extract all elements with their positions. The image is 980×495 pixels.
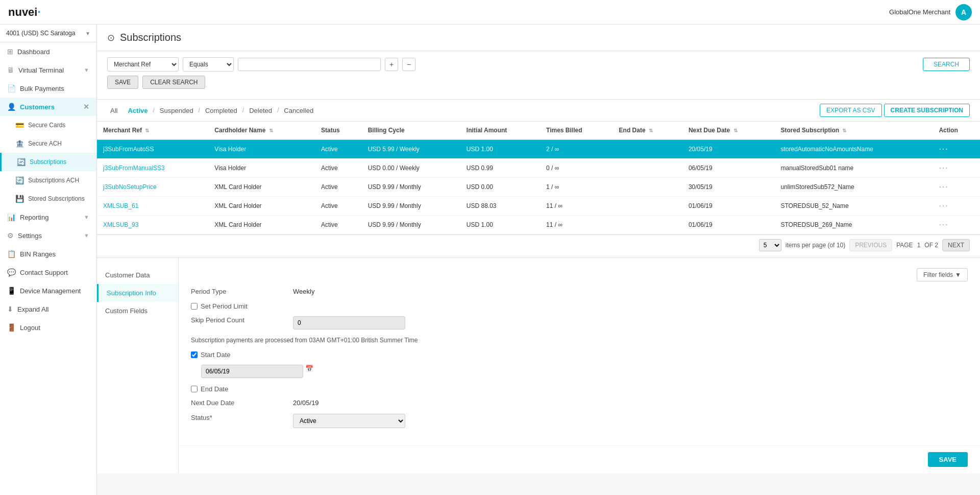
subscriptions-page-icon: ⊙ (107, 32, 115, 43)
end-date-checkbox[interactable] (191, 386, 198, 392)
sidebar-item-stored-subscriptions[interactable]: 💾 Stored Subscriptions (0, 190, 96, 208)
sidebar: 4001 (USD) SC Saratoga ▼ ⊞ Dashboard 🖥 V… (0, 25, 97, 495)
tab-all[interactable]: All (107, 106, 120, 115)
filter-value-input[interactable] (238, 58, 381, 71)
skip-period-count-input[interactable] (293, 316, 405, 329)
customers-icon: 👤 (7, 103, 16, 111)
col-end-date[interactable]: End Date ⇅ (613, 122, 682, 139)
avatar[interactable]: A (955, 4, 972, 20)
cell-action: ··· (933, 139, 980, 159)
sidebar-item-logout[interactable]: 🚪 Logout (0, 318, 96, 337)
export-csv-button[interactable]: EXPORT AS CSV (820, 104, 882, 117)
col-billing-cycle[interactable]: Billing Cycle (362, 122, 460, 139)
action-menu-button[interactable]: ··· (939, 220, 948, 229)
detail-nav-subscription-info[interactable]: Subscription Info (97, 284, 178, 302)
subscriptions-ach-icon: 🔄 (15, 176, 24, 184)
tab-active[interactable]: Active (125, 106, 151, 115)
sidebar-item-expand-all[interactable]: ⬇ Expand All (0, 300, 96, 318)
sidebar-item-contact-support[interactable]: 💬 Contact Support (0, 263, 96, 281)
end-date-checkbox-row: End Date (191, 385, 968, 393)
start-date-input[interactable] (201, 365, 303, 378)
next-due-date-value: 20/05/19 (293, 399, 319, 407)
merchant-ref-link[interactable]: XMLSUB_61 (103, 202, 138, 209)
sidebar-item-reporting[interactable]: 📊 Reporting ▼ (0, 208, 96, 226)
col-cardholder-name[interactable]: Cardholder Name ⇅ (208, 122, 315, 139)
sidebar-nav: ⊞ Dashboard 🖥 Virtual Terminal ▼ 📄 Bulk … (0, 42, 96, 495)
sort-icon: ⇅ (733, 128, 738, 133)
sidebar-item-dashboard[interactable]: ⊞ Dashboard (0, 42, 96, 61)
filter-remove-button[interactable]: − (402, 58, 415, 71)
current-page: 1 (917, 242, 921, 249)
sidebar-item-customers[interactable]: 👤 Customers ✕ (0, 98, 96, 116)
status-row: Status* Active Suspended Cancelled (191, 414, 968, 428)
merchant-ref-link[interactable]: j3SubFromManualSS3 (103, 164, 165, 172)
col-stored-subscription[interactable]: Stored Subscription ⇅ (774, 122, 933, 139)
detail-nav-custom-fields[interactable]: Custom Fields (97, 302, 178, 320)
next-page-button[interactable]: NEXT (942, 239, 970, 251)
tab-deleted[interactable]: Deleted (246, 106, 275, 115)
merchant-ref-link[interactable]: j3SubNoSetupPrice (103, 183, 157, 191)
cell-next-due-date: 20/05/19 (682, 139, 775, 159)
sidebar-item-subscriptions-ach[interactable]: 🔄 Subscriptions ACH (0, 171, 96, 190)
table-row[interactable]: j3SubNoSetupPrice XML Card Holder Active… (97, 178, 980, 197)
col-initial-amount[interactable]: Initial Amount (460, 122, 540, 139)
table-row[interactable]: XMLSUB_61 XML Card Holder Active USD 9.9… (97, 197, 980, 216)
filter-bar: Merchant Ref Cardholder Name Status Equa… (97, 51, 980, 100)
sidebar-item-settings[interactable]: ⚙ Settings ▼ (0, 226, 96, 245)
filter-fields-button[interactable]: Filter fields ▼ (917, 268, 968, 281)
page-title: Subscriptions (120, 32, 181, 43)
sidebar-item-bulk-payments[interactable]: 📄 Bulk Payments (0, 79, 96, 98)
sidebar-item-bin-ranges[interactable]: 📋 BIN Ranges (0, 245, 96, 263)
sort-icon: ⇅ (842, 128, 846, 133)
status-select[interactable]: Active Suspended Cancelled (293, 414, 405, 428)
sidebar-item-label: Settings (18, 232, 42, 240)
set-period-limit-checkbox[interactable] (191, 303, 198, 310)
table-row[interactable]: j3SubFromManualSS3 Visa Holder Active US… (97, 159, 980, 178)
sidebar-item-label: Reporting (20, 214, 48, 221)
sidebar-item-secure-cards[interactable]: 💳 Secure Cards (0, 116, 96, 134)
table-row[interactable]: j3SubFromAutoSS Visa Holder Active USD 5… (97, 139, 980, 159)
sidebar-item-virtual-terminal[interactable]: 🖥 Virtual Terminal ▼ (0, 61, 96, 79)
cell-stored-subscription: STOREDSUB_269_Name (774, 216, 933, 234)
filter-field-select[interactable]: Merchant Ref Cardholder Name Status (107, 57, 179, 72)
cell-billing-cycle: USD 9.99 / Monthly (362, 197, 460, 216)
sidebar-item-subscriptions[interactable]: 🔄 Subscriptions (0, 153, 96, 171)
close-icon[interactable]: ✕ (83, 103, 89, 111)
period-type-row: Period Type Weekly (191, 288, 968, 295)
cell-end-date (613, 197, 682, 216)
action-menu-button[interactable]: ··· (939, 163, 948, 172)
create-subscription-button[interactable]: CREATE SUBSCRIPTION (884, 104, 970, 117)
save-filter-button[interactable]: SAVE (107, 76, 138, 89)
col-status[interactable]: Status (315, 122, 362, 139)
col-times-billed[interactable]: Times Billed (540, 122, 613, 139)
merchant-ref-link[interactable]: j3SubFromAutoSS (103, 146, 154, 153)
table-row[interactable]: XMLSUB_93 XML Card Holder Active USD 9.9… (97, 216, 980, 234)
detail-nav-customer-data[interactable]: Customer Data (97, 266, 178, 284)
start-date-checkbox[interactable] (191, 351, 198, 358)
col-merchant-ref[interactable]: Merchant Ref ⇅ (97, 122, 208, 139)
calendar-icon[interactable]: 📅 (305, 365, 313, 372)
merchant-ref-link[interactable]: XMLSUB_93 (103, 221, 138, 228)
tab-completed[interactable]: Completed (202, 106, 240, 115)
action-menu-button[interactable]: ··· (939, 182, 948, 191)
sidebar-item-label: Stored Subscriptions (28, 195, 85, 202)
cell-cardholder: XML Card Holder (208, 178, 315, 197)
previous-page-button[interactable]: PREVIOUS (849, 239, 892, 251)
search-button[interactable]: SEARCH (923, 58, 970, 71)
tab-suspended[interactable]: Suspended (157, 106, 197, 115)
clear-search-button[interactable]: CLEAR SEARCH (142, 76, 205, 89)
detail-save-button[interactable]: SAVE (928, 452, 968, 467)
secure-ach-icon: 🏦 (15, 139, 24, 148)
per-page-select[interactable]: 5 10 25 (759, 239, 781, 251)
col-next-due-date[interactable]: Next Due Date ⇅ (682, 122, 775, 139)
virtual-terminal-icon: 🖥 (7, 66, 14, 74)
tab-cancelled[interactable]: Cancelled (281, 106, 316, 115)
sidebar-item-secure-ach[interactable]: 🏦 Secure ACH (0, 134, 96, 153)
filter-add-button[interactable]: + (385, 58, 398, 71)
action-menu-button[interactable]: ··· (939, 145, 948, 153)
filter-operator-select[interactable]: Equals Contains Starts With (183, 57, 234, 72)
sidebar-item-device-management[interactable]: 📱 Device Management (0, 281, 96, 300)
store-selector[interactable]: 4001 (USD) SC Saratoga ▼ (0, 25, 96, 42)
start-date-label: Start Date (201, 351, 231, 359)
action-menu-button[interactable]: ··· (939, 201, 948, 210)
